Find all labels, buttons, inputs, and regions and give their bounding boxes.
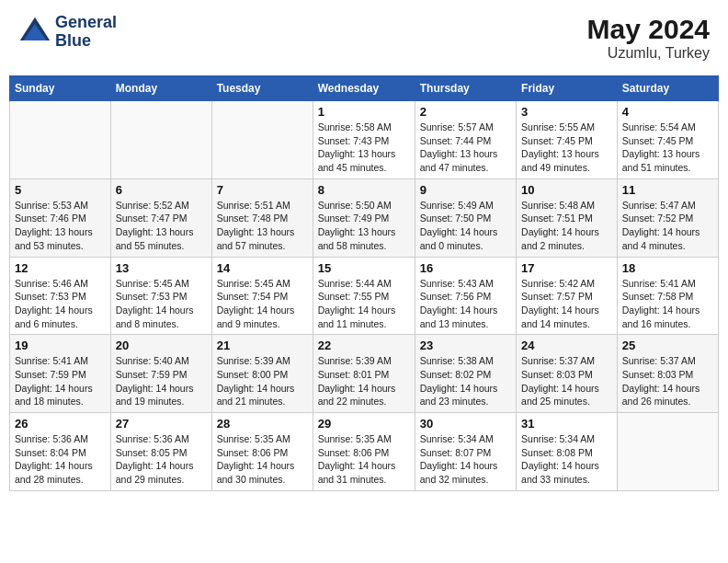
calendar-day: 5Sunrise: 5:53 AM Sunset: 7:46 PM Daylig… xyxy=(10,178,111,257)
weekday-header-wednesday: Wednesday xyxy=(313,76,415,101)
day-number: 25 xyxy=(622,339,713,352)
day-number: 6 xyxy=(116,183,207,197)
day-info: Sunrise: 5:47 AM Sunset: 7:52 PM Dayligh… xyxy=(622,199,713,253)
calendar-day: 19Sunrise: 5:41 AM Sunset: 7:59 PM Dayli… xyxy=(10,335,111,413)
calendar-day xyxy=(110,101,211,179)
day-number: 18 xyxy=(622,261,713,275)
day-info: Sunrise: 5:39 AM Sunset: 8:01 PM Dayligh… xyxy=(318,354,410,408)
day-number: 3 xyxy=(521,105,612,119)
calendar-day: 4Sunrise: 5:54 AM Sunset: 7:45 PM Daylig… xyxy=(617,101,718,179)
day-number: 8 xyxy=(318,183,410,197)
day-info: Sunrise: 5:41 AM Sunset: 7:59 PM Dayligh… xyxy=(15,354,106,408)
weekday-header-friday: Friday xyxy=(517,76,618,101)
calendar-day xyxy=(211,101,313,179)
calendar-day: 22Sunrise: 5:39 AM Sunset: 8:01 PM Dayli… xyxy=(313,335,415,413)
calendar-day: 23Sunrise: 5:38 AM Sunset: 8:02 PM Dayli… xyxy=(415,335,516,413)
logo-line2: Blue xyxy=(55,32,117,51)
day-info: Sunrise: 5:43 AM Sunset: 7:56 PM Dayligh… xyxy=(420,277,511,331)
day-info: Sunrise: 5:45 AM Sunset: 7:53 PM Dayligh… xyxy=(116,277,207,331)
day-number: 23 xyxy=(420,339,511,352)
calendar-day: 29Sunrise: 5:35 AM Sunset: 8:06 PM Dayli… xyxy=(313,413,415,491)
day-number: 4 xyxy=(622,105,713,119)
calendar-header-row: SundayMondayTuesdayWednesdayThursdayFrid… xyxy=(10,76,719,101)
day-info: Sunrise: 5:51 AM Sunset: 7:48 PM Dayligh… xyxy=(217,199,308,253)
weekday-header-monday: Monday xyxy=(110,76,211,101)
title-block: May 2024 Uzumlu, Turkey xyxy=(587,14,710,62)
calendar-day: 8Sunrise: 5:50 AM Sunset: 7:49 PM Daylig… xyxy=(313,178,415,257)
day-number: 28 xyxy=(217,417,308,431)
day-info: Sunrise: 5:46 AM Sunset: 7:53 PM Dayligh… xyxy=(15,277,106,331)
day-number: 12 xyxy=(15,261,106,275)
calendar-week-1: 1Sunrise: 5:58 AM Sunset: 7:43 PM Daylig… xyxy=(10,101,719,179)
day-number: 10 xyxy=(521,183,612,197)
calendar-day: 26Sunrise: 5:36 AM Sunset: 8:04 PM Dayli… xyxy=(10,413,111,491)
day-number: 9 xyxy=(420,183,511,197)
day-info: Sunrise: 5:50 AM Sunset: 7:49 PM Dayligh… xyxy=(318,199,410,253)
calendar-week-4: 19Sunrise: 5:41 AM Sunset: 7:59 PM Dayli… xyxy=(10,335,719,413)
logo: General Blue xyxy=(18,14,117,51)
day-number: 14 xyxy=(217,261,308,275)
day-number: 1 xyxy=(318,105,410,119)
calendar-day: 7Sunrise: 5:51 AM Sunset: 7:48 PM Daylig… xyxy=(211,178,313,257)
day-number: 19 xyxy=(15,339,106,352)
day-info: Sunrise: 5:40 AM Sunset: 7:59 PM Dayligh… xyxy=(116,354,207,408)
page-header: General Blue May 2024 Uzumlu, Turkey xyxy=(9,9,719,66)
weekday-header-sunday: Sunday xyxy=(10,76,111,101)
calendar-week-5: 26Sunrise: 5:36 AM Sunset: 8:04 PM Dayli… xyxy=(10,413,719,491)
day-info: Sunrise: 5:36 AM Sunset: 8:04 PM Dayligh… xyxy=(15,432,106,487)
calendar-day: 9Sunrise: 5:49 AM Sunset: 7:50 PM Daylig… xyxy=(415,178,516,257)
day-info: Sunrise: 5:39 AM Sunset: 8:00 PM Dayligh… xyxy=(217,354,308,408)
day-number: 22 xyxy=(318,339,410,352)
calendar-day: 14Sunrise: 5:45 AM Sunset: 7:54 PM Dayli… xyxy=(211,257,313,335)
weekday-header-saturday: Saturday xyxy=(617,76,718,101)
day-number: 26 xyxy=(15,417,106,431)
logo-icon xyxy=(18,16,51,49)
day-number: 30 xyxy=(420,417,511,431)
day-number: 15 xyxy=(318,261,410,275)
day-number: 13 xyxy=(116,261,207,275)
calendar-day: 28Sunrise: 5:35 AM Sunset: 8:06 PM Dayli… xyxy=(211,413,313,491)
day-info: Sunrise: 5:42 AM Sunset: 7:57 PM Dayligh… xyxy=(521,277,612,331)
calendar-day: 6Sunrise: 5:52 AM Sunset: 7:47 PM Daylig… xyxy=(110,178,211,257)
day-number: 17 xyxy=(521,261,612,275)
calendar-week-2: 5Sunrise: 5:53 AM Sunset: 7:46 PM Daylig… xyxy=(10,178,719,257)
calendar-day: 25Sunrise: 5:37 AM Sunset: 8:03 PM Dayli… xyxy=(617,335,718,413)
calendar-day: 21Sunrise: 5:39 AM Sunset: 8:00 PM Dayli… xyxy=(211,335,313,413)
day-number: 11 xyxy=(622,183,713,197)
day-info: Sunrise: 5:41 AM Sunset: 7:58 PM Dayligh… xyxy=(622,277,713,331)
day-info: Sunrise: 5:36 AM Sunset: 8:05 PM Dayligh… xyxy=(116,432,207,487)
day-info: Sunrise: 5:52 AM Sunset: 7:47 PM Dayligh… xyxy=(116,199,207,253)
day-info: Sunrise: 5:35 AM Sunset: 8:06 PM Dayligh… xyxy=(318,432,410,487)
day-info: Sunrise: 5:38 AM Sunset: 8:02 PM Dayligh… xyxy=(420,354,511,408)
day-info: Sunrise: 5:34 AM Sunset: 8:07 PM Dayligh… xyxy=(420,432,511,487)
logo-line1: General xyxy=(55,14,117,32)
calendar-day: 15Sunrise: 5:44 AM Sunset: 7:55 PM Dayli… xyxy=(313,257,415,335)
day-number: 5 xyxy=(15,183,106,197)
day-number: 7 xyxy=(217,183,308,197)
location: Uzumlu, Turkey xyxy=(587,45,710,62)
day-number: 31 xyxy=(521,417,612,431)
day-number: 16 xyxy=(420,261,511,275)
calendar-day xyxy=(10,101,111,179)
calendar-day: 1Sunrise: 5:58 AM Sunset: 7:43 PM Daylig… xyxy=(313,101,415,179)
calendar-day: 27Sunrise: 5:36 AM Sunset: 8:05 PM Dayli… xyxy=(110,413,211,491)
day-info: Sunrise: 5:49 AM Sunset: 7:50 PM Dayligh… xyxy=(420,199,511,253)
day-info: Sunrise: 5:57 AM Sunset: 7:44 PM Dayligh… xyxy=(420,121,511,175)
calendar-day: 17Sunrise: 5:42 AM Sunset: 7:57 PM Dayli… xyxy=(517,257,618,335)
calendar-day: 20Sunrise: 5:40 AM Sunset: 7:59 PM Dayli… xyxy=(110,335,211,413)
day-info: Sunrise: 5:34 AM Sunset: 8:08 PM Dayligh… xyxy=(521,432,612,487)
day-info: Sunrise: 5:58 AM Sunset: 7:43 PM Dayligh… xyxy=(318,121,410,175)
weekday-header-tuesday: Tuesday xyxy=(211,76,313,101)
day-info: Sunrise: 5:37 AM Sunset: 8:03 PM Dayligh… xyxy=(521,354,612,408)
calendar-day: 2Sunrise: 5:57 AM Sunset: 7:44 PM Daylig… xyxy=(415,101,516,179)
calendar-day: 31Sunrise: 5:34 AM Sunset: 8:08 PM Dayli… xyxy=(517,413,618,491)
calendar-day: 3Sunrise: 5:55 AM Sunset: 7:45 PM Daylig… xyxy=(517,101,618,179)
calendar-day: 16Sunrise: 5:43 AM Sunset: 7:56 PM Dayli… xyxy=(415,257,516,335)
day-number: 21 xyxy=(217,339,308,352)
day-info: Sunrise: 5:55 AM Sunset: 7:45 PM Dayligh… xyxy=(521,121,612,175)
calendar-day xyxy=(617,413,718,491)
month-year: May 2024 xyxy=(587,14,710,45)
calendar-day: 10Sunrise: 5:48 AM Sunset: 7:51 PM Dayli… xyxy=(517,178,618,257)
day-number: 29 xyxy=(318,417,410,431)
day-info: Sunrise: 5:48 AM Sunset: 7:51 PM Dayligh… xyxy=(521,199,612,253)
